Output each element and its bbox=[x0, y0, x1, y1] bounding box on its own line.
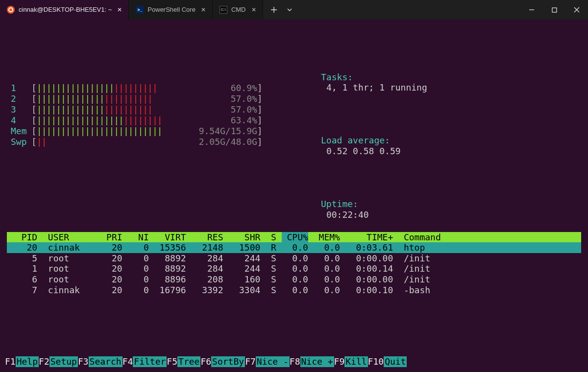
close-icon[interactable]: ✕ bbox=[250, 6, 258, 14]
minimize-button[interactable] bbox=[520, 0, 543, 20]
tab-dropdown-button[interactable] bbox=[283, 3, 296, 17]
titlebar: cinnak@DESKTOP-BHE5EV1: ~ ✕ >_ PowerShel… bbox=[0, 0, 588, 20]
table-row[interactable]: 5 root 20 0 8892 284 244 S 0.0 0.0 0:00.… bbox=[7, 253, 581, 264]
uptime-label: Uptime: bbox=[321, 199, 358, 209]
meter-value: 60.9% bbox=[174, 83, 257, 93]
fkey-label: F4 bbox=[122, 356, 133, 367]
fkey-label: F8 bbox=[290, 356, 300, 367]
fkey-action[interactable]: Help bbox=[16, 356, 39, 367]
meter-value: 2.05G/48.0G bbox=[174, 137, 257, 147]
meter-value: 63.4% bbox=[174, 115, 257, 126]
fkey-label: F6 bbox=[200, 356, 211, 367]
meter-value: 9.54G/15.9G bbox=[174, 126, 257, 137]
cmd-icon: C:\ bbox=[220, 6, 227, 14]
fkey-label: F3 bbox=[78, 356, 89, 367]
meter-bars: |||||||||||||||||||||||| bbox=[37, 93, 174, 104]
close-icon bbox=[574, 7, 580, 13]
load-value: 0.52 0.58 0.59 bbox=[321, 146, 401, 156]
meter-label: 3 bbox=[11, 104, 31, 115]
meter-value: 57.0% bbox=[174, 104, 257, 115]
meter-label: 4 bbox=[11, 115, 31, 126]
newtab-area bbox=[263, 0, 300, 20]
fkey-label: F2 bbox=[39, 356, 49, 367]
meter-label: 2 bbox=[11, 93, 31, 104]
close-icon[interactable]: ✕ bbox=[199, 6, 207, 14]
meter-label: Swp bbox=[11, 137, 31, 147]
fkey-action[interactable]: Quit bbox=[384, 356, 407, 367]
chevron-down-icon bbox=[287, 7, 293, 13]
minimize-icon bbox=[529, 7, 535, 13]
footer-bar: F1Help F2Setup F3SearchF4FilterF5Tree F6… bbox=[0, 356, 588, 367]
fkey-action[interactable]: Nice + bbox=[300, 356, 334, 367]
meter-label: Mem bbox=[11, 126, 31, 137]
fkey-label: F1 bbox=[5, 356, 16, 367]
window-controls bbox=[520, 0, 588, 20]
tasks-value: 4, 1 thr; 1 running bbox=[321, 82, 427, 93]
meter-bars: |||||||||||||||||||||||| bbox=[37, 104, 174, 115]
system-info: Tasks: 4, 1 thr; 1 running Load average:… bbox=[289, 40, 427, 252]
meter-bars: || bbox=[37, 137, 174, 147]
table-row[interactable]: 6 root 20 0 8896 208 160 S 0.0 0.0 0:00.… bbox=[7, 274, 581, 285]
new-tab-button[interactable] bbox=[267, 3, 281, 17]
tab-label: PowerShell Core bbox=[147, 6, 196, 14]
tab-cmd[interactable]: C:\ CMD ✕ bbox=[213, 0, 263, 20]
meter-bars: |||||||||||||||||||||||||| bbox=[37, 126, 174, 137]
meter-value: 57.0% bbox=[174, 93, 257, 104]
fkey-label: F5 bbox=[167, 356, 177, 367]
meter-label: 1 bbox=[11, 83, 31, 93]
fkey-action[interactable]: Filter bbox=[133, 356, 167, 367]
maximize-button[interactable] bbox=[543, 0, 565, 20]
svg-rect-0 bbox=[552, 8, 557, 12]
fkey-action[interactable]: Tree bbox=[177, 356, 200, 367]
fkey-label: F7 bbox=[245, 356, 256, 367]
table-row[interactable]: 1 root 20 0 8892 284 244 S 0.0 0.0 0:00.… bbox=[7, 263, 581, 274]
tab-label: cinnak@DESKTOP-BHE5EV1: ~ bbox=[19, 6, 112, 14]
uptime-value: 00:22:40 bbox=[321, 209, 369, 220]
table-row[interactable]: 7 cinnak 20 0 16796 3392 3304 S 0.0 0.0 … bbox=[7, 285, 581, 296]
fkey-label: F10 bbox=[368, 356, 384, 367]
tab-ubuntu[interactable]: cinnak@DESKTOP-BHE5EV1: ~ ✕ bbox=[0, 0, 129, 20]
tab-powershell[interactable]: >_ PowerShell Core ✕ bbox=[129, 0, 213, 20]
fkey-action[interactable]: Nice - bbox=[256, 356, 290, 367]
meter-bars: ||||||||||||||||||||||||| bbox=[37, 83, 174, 93]
fkey-action[interactable]: Setup bbox=[49, 356, 78, 367]
terminal[interactable]: 1[|||||||||||||||||||||||||60.9%]2[|||||… bbox=[0, 20, 588, 316]
fkey-action[interactable]: Kill bbox=[344, 356, 368, 367]
fkey-label: F9 bbox=[334, 356, 345, 367]
tab-label: CMD bbox=[231, 6, 246, 14]
load-label: Load average: bbox=[321, 135, 390, 145]
meter-bars: |||||||||||||||||||||||||| bbox=[37, 115, 174, 126]
powershell-icon: >_ bbox=[136, 6, 144, 14]
plus-icon bbox=[270, 6, 277, 13]
maximize-icon bbox=[552, 7, 557, 13]
close-icon[interactable]: ✕ bbox=[116, 6, 123, 14]
tasks-label: Tasks: bbox=[321, 72, 353, 82]
fkey-action[interactable]: SortBy bbox=[211, 356, 245, 367]
close-window-button[interactable] bbox=[565, 0, 588, 20]
ubuntu-icon bbox=[7, 6, 15, 14]
fkey-action[interactable]: Search bbox=[89, 356, 122, 367]
